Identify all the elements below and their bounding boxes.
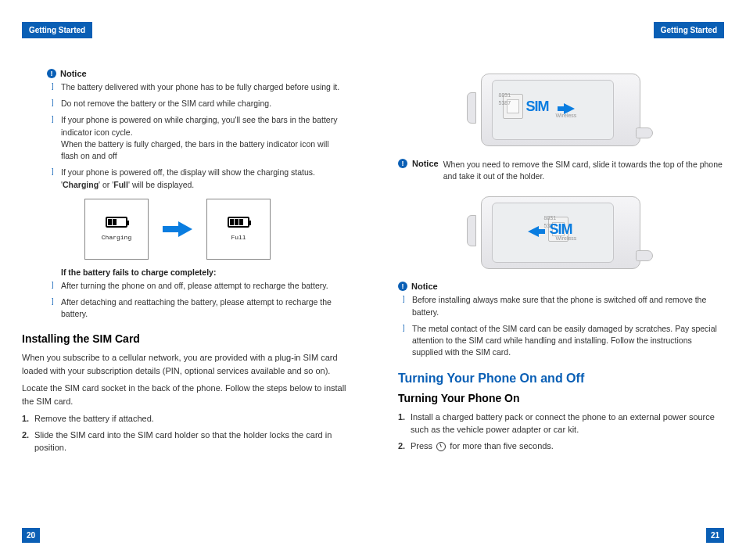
- battery-full-box: Full: [206, 199, 271, 260]
- sim-step-2: 2.Slide the SIM card into the SIM card h…: [22, 429, 348, 454]
- battery-icon: [106, 217, 127, 228]
- turning-heading: Turning Your Phone On and Off: [398, 372, 724, 386]
- notice-list-2: Before installing always make sure that …: [398, 294, 724, 358]
- battery-icon: [228, 217, 249, 228]
- notice-item: If your phone is powered on while chargi…: [61, 114, 348, 162]
- notice-inline: ! Notice When you need to remove the SIM…: [398, 159, 724, 182]
- notice-inline-text: When you need to remove the SIM card, sl…: [443, 159, 724, 182]
- arrow-right-icon: [564, 103, 575, 114]
- sim-paragraph-2: Locate the SIM card socket in the back o…: [22, 382, 348, 407]
- turn-on-steps: 1.Install a charged battery pack or conn…: [398, 411, 724, 453]
- notice-item: Do not remove the battery or the SIM car…: [61, 98, 348, 109]
- phone-figure-remove: 8031 5387 SIM Wireless: [398, 192, 724, 274]
- charging-figure: Charging Full: [84, 199, 348, 260]
- alert-icon: !: [47, 69, 56, 78]
- wireless-label: Wireless: [556, 235, 577, 241]
- full-text: Full: [231, 234, 246, 241]
- notice-item: If your phone is powered off, the displa…: [61, 167, 348, 190]
- notice-label: Notice: [411, 282, 438, 291]
- full-bold: Full: [113, 180, 128, 189]
- battery-charging-box: Charging: [84, 199, 149, 260]
- code-label: 5387: [499, 100, 511, 106]
- left-content: ! Notice The battery delivered with your…: [47, 69, 348, 454]
- page-number-left: 20: [22, 528, 40, 543]
- turn-on-step-2: 2.Press for more than five seconds.: [398, 440, 724, 453]
- notice-item: The metal contact of the SIM card can be…: [412, 323, 724, 359]
- page-left: Getting Started ! Notice The battery del…: [0, 0, 373, 560]
- page-number-right: 21: [706, 528, 724, 543]
- phone-figure-insert: 8031 5387 SIM Wireless: [398, 69, 724, 151]
- header-tab-left: Getting Started: [22, 22, 92, 38]
- fail-list: After turning the phone on and off, plea…: [47, 280, 348, 321]
- power-icon: [436, 442, 446, 451]
- step-text: Remove the battery if attached.: [34, 414, 154, 423]
- fail-heading: If the battery fails to charge completel…: [61, 267, 348, 277]
- step-text-prefix: Press: [411, 441, 435, 451]
- header-tab-right: Getting Started: [654, 22, 724, 38]
- notice-label: Notice: [60, 69, 87, 78]
- turn-on-step-1: 1.Install a charged battery pack or conn…: [398, 411, 724, 436]
- alert-icon: !: [398, 282, 407, 291]
- charging-bold: Charging: [63, 180, 99, 189]
- sim-step-1: 1.Remove the battery if attached.: [22, 412, 348, 425]
- fail-item: After detaching and reattaching the batt…: [61, 296, 348, 320]
- step-text-suffix: for more than five seconds.: [447, 441, 554, 451]
- turning-on-heading: Turning Your Phone On: [398, 392, 724, 404]
- alert-icon: !: [398, 159, 407, 168]
- sim-install-heading: Installing the SIM Card: [22, 332, 348, 345]
- sim-steps: 1.Remove the battery if attached. 2.Slid…: [22, 412, 348, 454]
- arrow-left-icon: [528, 226, 539, 237]
- code-label: 8031: [499, 92, 511, 98]
- step-text: Slide the SIM card into the SIM card hol…: [34, 430, 332, 453]
- fail-item: After turning the phone on and off, plea…: [61, 280, 348, 292]
- notice-item: The battery delivered with your phone ha…: [61, 81, 348, 93]
- right-content: 8031 5387 SIM Wireless ! Notice When you…: [398, 69, 724, 452]
- notice-header-1: ! Notice: [47, 69, 348, 78]
- notice-header-2: ! Notice: [398, 282, 724, 291]
- notice-list-1: The battery delivered with your phone ha…: [47, 81, 348, 191]
- sim-paragraph-1: When you subscribe to a cellular network…: [22, 351, 348, 377]
- arrow-right-icon: [163, 221, 192, 237]
- code-label: 8031: [544, 215, 557, 221]
- page-right: Getting Started 8031 5387 SIM Wireless !…: [373, 0, 746, 560]
- notice-label: Notice: [412, 159, 439, 168]
- notice-item: Before installing always make sure that …: [412, 294, 724, 318]
- step-text: Install a charged battery pack or connec…: [411, 412, 715, 435]
- sim-label: SIM: [526, 99, 549, 115]
- charging-text: Charging: [102, 234, 131, 241]
